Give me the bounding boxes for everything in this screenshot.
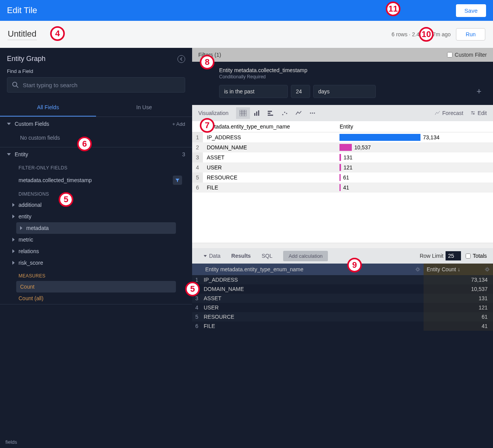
results-value-cell: 121 (424, 303, 493, 312)
edit-viz-button[interactable]: Edit (470, 110, 487, 116)
viz-bar-icon[interactable] (250, 107, 264, 119)
entity-bar-cell[interactable]: 73,134 (336, 132, 493, 143)
results-panel: Entity metadata.entity_type_enum_name En… (192, 264, 493, 331)
field-tabs: All Fields In Use (0, 99, 192, 117)
forecast-icon (435, 111, 440, 115)
viz-col1-header[interactable]: metadata.entity_type_enum_name (203, 121, 336, 132)
tile-title[interactable]: Untitled (8, 29, 37, 40)
filter-operator-select[interactable]: is in the past (219, 85, 288, 98)
svg-rect-9 (258, 110, 259, 116)
results-name-cell: DOMAIN_NAME (200, 286, 424, 292)
svg-point-14 (284, 112, 285, 113)
filter-value-input[interactable] (291, 85, 310, 98)
results-row[interactable]: 4USER121 (192, 303, 493, 312)
results-row[interactable]: 1IP_ADDRESS73,134 (192, 275, 493, 284)
entity-bar-cell[interactable]: 41 (336, 183, 493, 193)
entity-bar-cell[interactable]: 121 (336, 162, 493, 172)
entity-type-cell[interactable]: DOMAIN_NAME (203, 142, 336, 152)
tab-all-fields[interactable]: All Fields (0, 99, 96, 117)
filter-field-row[interactable]: metadata.collected_timestamp (0, 173, 192, 188)
search-input[interactable] (23, 82, 180, 88)
forecast-button[interactable]: Forecast (435, 110, 463, 116)
entity-bar-cell[interactable]: 61 (336, 172, 493, 183)
filter-unit-select[interactable]: days (313, 85, 376, 98)
entity-type-cell[interactable]: USER (203, 162, 336, 172)
row-number: 6 (192, 323, 200, 329)
tab-in-use[interactable]: In Use (96, 99, 192, 117)
dimension-relations[interactable]: relations (0, 245, 192, 257)
custom-filter-toggle[interactable]: Custom Filter (447, 52, 487, 58)
svg-point-22 (473, 113, 474, 115)
sql-tab[interactable]: SQL (256, 248, 278, 264)
data-tab[interactable]: Data (198, 248, 226, 264)
viz-more-icon[interactable] (306, 107, 319, 119)
results-row[interactable]: 5RESOURCE61 (192, 312, 493, 321)
caret-right-icon (20, 226, 22, 230)
caret-right-icon (12, 203, 15, 207)
sliders-icon (470, 111, 476, 115)
caret-right-icon (12, 249, 15, 253)
dimension-metadata[interactable]: metadata (16, 222, 176, 234)
measure-row[interactable]: Count (16, 281, 176, 292)
search-box[interactable] (7, 77, 185, 93)
totals-toggle[interactable]: Totals (466, 253, 487, 259)
dimension-risk_score[interactable]: risk_score (0, 257, 192, 269)
viz-line-icon[interactable] (292, 107, 306, 119)
viz-label[interactable]: Visualization (198, 110, 228, 116)
results-tab[interactable]: Results (226, 248, 257, 264)
add-filter-icon[interactable]: + (473, 86, 485, 96)
add-calculation-button[interactable]: Add calculation (283, 251, 328, 261)
viz-column-icon[interactable] (264, 107, 278, 119)
svg-point-23 (417, 268, 419, 270)
filter-indicator-icon[interactable] (173, 176, 182, 185)
dimension-additional[interactable]: additional (0, 199, 192, 211)
dimension-entity[interactable]: entity (0, 211, 192, 222)
entity-type-cell[interactable]: IP_ADDRESS (203, 132, 336, 143)
results-col1-header[interactable]: Entity metadata.entity_type_enum_name (192, 266, 424, 272)
custom-filter-checkbox[interactable] (447, 52, 452, 57)
results-value-cell: 10,537 (424, 284, 493, 294)
dimension-metric[interactable]: metric (0, 234, 192, 245)
filters-bar[interactable]: Filters (1) Custom Filter (192, 48, 493, 62)
callout-11: 11 (386, 2, 400, 16)
collapse-sidebar-icon[interactable] (177, 55, 185, 63)
results-row[interactable]: 6FILE41 (192, 321, 493, 331)
gear-icon[interactable] (485, 267, 490, 272)
entity-bar-cell[interactable]: 131 (336, 152, 493, 162)
entity-type-cell[interactable]: ASSET (203, 152, 336, 162)
callout-9: 9 (347, 258, 362, 272)
caret-right-icon (12, 215, 15, 218)
topbar: Edit Tile Save (0, 0, 493, 21)
main: Entity Graph Find a Field All Fields In … (0, 48, 493, 448)
results-name-cell: ASSET (200, 295, 424, 301)
svg-rect-12 (268, 115, 273, 116)
entity-type-cell[interactable]: RESOURCE (203, 172, 336, 183)
viz-scatter-icon[interactable] (278, 107, 292, 119)
custom-fields-header[interactable]: Custom Fields + Add (0, 117, 192, 131)
results-col2-header[interactable]: Entity Count ↓ (424, 264, 493, 275)
viz-table-icon[interactable] (236, 107, 250, 119)
results-row[interactable]: 2DOMAIN_NAME10,537 (192, 284, 493, 294)
add-custom-field-button[interactable]: + Add (172, 121, 185, 127)
svg-rect-10 (268, 111, 272, 112)
run-button[interactable]: Run (456, 28, 485, 41)
svg-point-17 (312, 113, 313, 114)
svg-rect-7 (254, 113, 255, 116)
filter-only-label: FILTER-ONLY FIELDS (0, 161, 192, 173)
viz-col2-header[interactable]: Entity (336, 121, 493, 132)
totals-label: Totals (473, 253, 487, 259)
entity-bar-cell[interactable]: 10,537 (336, 142, 493, 152)
viz-scrollbar[interactable] (192, 243, 493, 248)
svg-point-18 (314, 113, 315, 114)
measure-row[interactable]: Count (all) (0, 292, 192, 304)
results-row[interactable]: 3ASSET131 (192, 294, 493, 303)
results-value-cell: 73,134 (424, 275, 493, 284)
row-limit-input[interactable] (446, 251, 461, 260)
callout-6: 6 (77, 137, 92, 151)
results-name-cell: RESOURCE (200, 314, 424, 320)
entity-header[interactable]: Entity 3 (0, 147, 192, 161)
totals-checkbox[interactable] (466, 254, 471, 259)
save-button[interactable]: Save (456, 4, 486, 17)
gear-icon[interactable] (415, 267, 420, 272)
entity-type-cell[interactable]: FILE (203, 183, 336, 193)
